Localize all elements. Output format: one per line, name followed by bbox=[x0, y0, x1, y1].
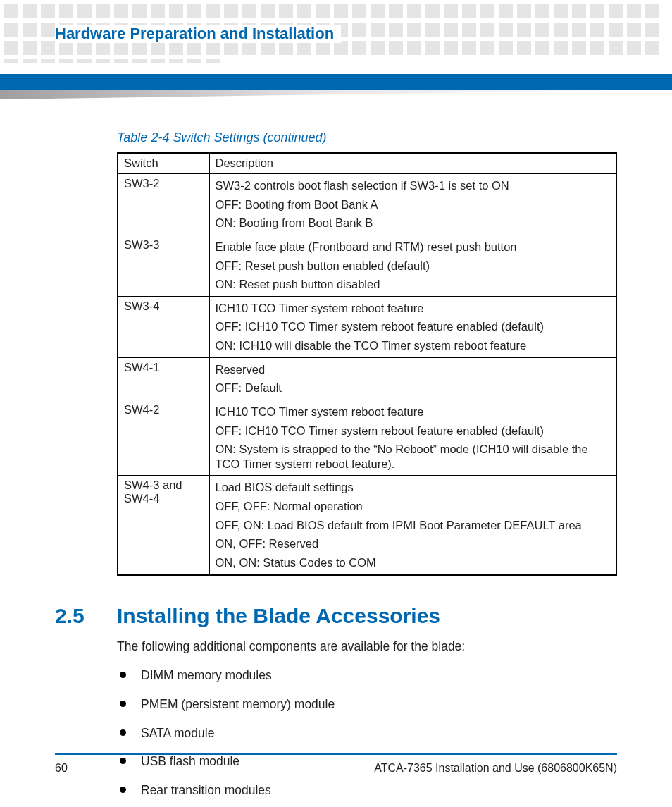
switch-cell: SW4-2 bbox=[118, 400, 209, 476]
table-row: SW3-3Enable face plate (Frontboard and R… bbox=[118, 235, 616, 296]
switch-cell: SW3-2 bbox=[118, 173, 209, 235]
table-header-switch: Switch bbox=[118, 153, 209, 173]
table-row: SW4-2ICH10 TCO Timer system reboot featu… bbox=[118, 400, 616, 476]
table-row: SW4-3 and SW4-4Load BIOS default setting… bbox=[118, 476, 616, 575]
section-intro: The following additional components are … bbox=[117, 638, 617, 655]
document-id: ATCA-7365 Installation and Use (6806800K… bbox=[374, 762, 617, 775]
components-list: DIMM memory modulesPMEM (persistent memo… bbox=[117, 667, 617, 799]
description-cell: SW3-2 controls boot flash selection if S… bbox=[209, 173, 616, 235]
table-row: SW3-4ICH10 TCO Timer system reboot featu… bbox=[118, 296, 616, 357]
section-number: 2.5 bbox=[55, 604, 117, 628]
table-row: SW3-2SW3-2 controls boot flash selection… bbox=[118, 173, 616, 235]
list-item: DIMM memory modules bbox=[117, 667, 617, 684]
description-cell: ReservedOFF: Default bbox=[209, 357, 616, 400]
switch-cell: SW4-3 and SW4-4 bbox=[118, 476, 209, 575]
description-cell: Load BIOS default settingsOFF, OFF: Norm… bbox=[209, 476, 616, 575]
switch-cell: SW3-3 bbox=[118, 235, 209, 296]
switch-cell: SW4-1 bbox=[118, 357, 209, 400]
list-item: SATA module bbox=[117, 725, 617, 741]
table-caption: Table 2-4 Switch Settings (continued) bbox=[117, 130, 617, 145]
description-cell: ICH10 TCO Timer system reboot featureOFF… bbox=[209, 400, 616, 476]
table-header-description: Description bbox=[209, 153, 616, 173]
page-number: 60 bbox=[55, 762, 68, 775]
header-bar bbox=[0, 74, 672, 99]
chapter-title: Hardware Preparation and Installation bbox=[55, 25, 341, 43]
section-title: Installing the Blade Accessories bbox=[117, 604, 440, 628]
list-item: PMEM (persistent memory) module bbox=[117, 696, 617, 713]
switch-settings-table: Switch Description SW3-2SW3-2 controls b… bbox=[117, 152, 617, 576]
description-cell: Enable face plate (Frontboard and RTM) r… bbox=[209, 235, 616, 296]
page-footer: 60 ATCA-7365 Installation and Use (68068… bbox=[55, 753, 617, 775]
table-row: SW4-1ReservedOFF: Default bbox=[118, 357, 616, 400]
list-item: Rear transition modules bbox=[117, 782, 617, 799]
description-cell: ICH10 TCO Timer system reboot featureOFF… bbox=[209, 296, 616, 357]
switch-cell: SW3-4 bbox=[118, 296, 209, 357]
